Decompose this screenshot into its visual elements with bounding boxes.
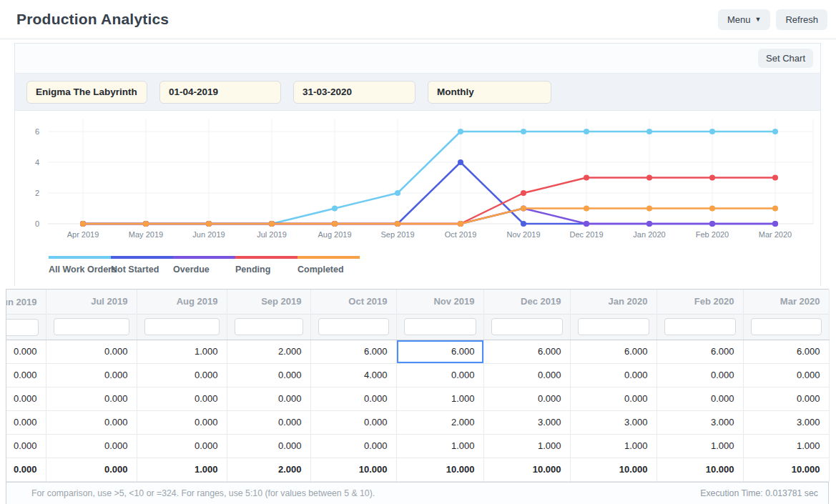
data-point[interactable] [395,190,400,196]
table-cell[interactable]: 1.000 [743,434,829,458]
table-cell[interactable]: 4.000 [310,363,396,387]
table-cell[interactable]: 0.000 [743,387,829,410]
table-cell[interactable]: 0.000 [396,363,483,387]
data-point[interactable] [206,221,212,227]
column-filter-input[interactable] [664,318,736,335]
data-point[interactable] [584,221,589,227]
table-cell[interactable]: 6.000 [483,340,570,363]
table-cell[interactable]: 0.000 [483,387,570,410]
total-cell[interactable]: 10.000 [570,458,656,481]
table-cell[interactable]: 0.000 [310,434,396,458]
total-cell[interactable]: 10.000 [483,458,570,481]
table-cell[interactable]: 0.000 [483,363,570,387]
table-cell[interactable]: 0.000 [137,387,227,410]
column-filter-input[interactable] [54,318,129,335]
data-point[interactable] [80,221,86,227]
range-filter[interactable] [428,81,551,104]
table-cell[interactable]: 6.000 [310,340,396,363]
from-date-filter[interactable] [159,81,281,104]
data-point[interactable] [646,129,652,134]
table-cell[interactable]: 2.000 [227,340,310,363]
data-point[interactable] [458,221,463,227]
table-cell[interactable]: 6.000 [570,340,656,363]
data-point[interactable] [646,175,652,181]
data-point[interactable] [521,206,526,212]
table-cell[interactable]: 0.000 [227,387,310,410]
table-cell[interactable]: 1.000 [396,434,483,458]
table-cell[interactable]: 3.000 [570,410,656,434]
data-point[interactable] [395,221,400,227]
column-header[interactable]: Feb 2020 [656,290,743,314]
data-point[interactable] [521,221,526,227]
data-point[interactable] [332,221,338,227]
table-cell[interactable]: 0.000 [46,363,137,387]
table-cell[interactable]: 0.000 [310,410,396,434]
table-cell[interactable]: 1.000 [137,340,227,363]
total-cell[interactable]: 2.000 [227,458,310,481]
table-cell[interactable]: 0.000 [570,363,656,387]
data-point[interactable] [584,206,589,212]
table-cell[interactable]: 0.000 [137,363,227,387]
column-header[interactable]: Jun 2019 [6,290,46,314]
column-filter-input[interactable] [578,318,649,335]
data-point[interactable] [772,221,778,227]
table-cell[interactable]: 0.000 [6,387,46,410]
column-filter-input[interactable] [144,318,220,335]
menu-button[interactable]: Menu ▼ [718,9,770,30]
data-point[interactable] [772,206,778,212]
column-header[interactable]: Mar 2020 [743,290,829,314]
table-cell[interactable]: 0.000 [6,434,46,458]
column-filter-input[interactable] [404,318,476,335]
data-point[interactable] [458,129,463,134]
data-point[interactable] [709,129,715,134]
table-cell[interactable]: 0.000 [6,340,46,363]
table-cell[interactable]: 0.000 [6,363,46,387]
column-filter-input[interactable] [318,318,389,335]
table-cell[interactable]: 0.000 [6,410,46,434]
data-point[interactable] [584,129,589,134]
column-header[interactable]: Nov 2019 [396,290,483,314]
table-cell[interactable]: 0.000 [137,434,227,458]
column-header[interactable]: Sep 2019 [227,290,310,314]
total-cell[interactable]: 0.000 [46,458,137,481]
column-header[interactable]: Oct 2019 [310,290,396,314]
data-point[interactable] [269,221,275,227]
data-point[interactable] [709,221,715,227]
data-point[interactable] [709,206,715,212]
data-point[interactable] [772,175,778,181]
column-header[interactable]: Aug 2019 [137,290,227,314]
total-cell[interactable]: 10.000 [310,458,396,481]
refresh-button[interactable]: Refresh [776,9,827,30]
table-cell[interactable]: 6.000 [396,340,483,363]
data-point[interactable] [709,175,715,181]
table-cell[interactable]: 6.000 [743,340,829,363]
table-cell[interactable]: 1.000 [570,434,656,458]
data-point[interactable] [772,129,778,134]
table-cell[interactable]: 2.000 [396,410,483,434]
column-header[interactable]: Dec 2019 [483,290,570,314]
table-cell[interactable]: 0.000 [227,434,310,458]
table-cell[interactable]: 0.000 [743,363,829,387]
table-cell[interactable]: 0.000 [227,410,310,434]
production-item-filter[interactable] [26,81,147,104]
table-cell[interactable]: 0.000 [46,340,137,363]
to-date-filter[interactable] [293,81,415,104]
table-cell[interactable]: 0.000 [227,363,310,387]
table-cell[interactable]: 0.000 [137,410,227,434]
table-cell[interactable]: 0.000 [570,387,656,410]
data-point[interactable] [646,221,652,227]
column-filter-input[interactable] [6,319,39,336]
table-cell[interactable]: 3.000 [483,410,570,434]
data-point[interactable] [521,190,526,196]
table-cell[interactable]: 0.000 [310,387,396,410]
table-cell[interactable]: 0.000 [46,387,137,410]
data-point[interactable] [332,206,338,212]
table-cell[interactable]: 0.000 [46,410,137,434]
total-cell[interactable]: 0.000 [6,458,46,481]
column-header[interactable]: Jan 2020 [570,290,656,314]
data-point[interactable] [584,175,589,181]
total-cell[interactable]: 1.000 [137,458,227,481]
column-filter-input[interactable] [491,318,563,335]
column-header[interactable]: Jul 2019 [46,290,137,314]
column-filter-input[interactable] [235,318,303,335]
